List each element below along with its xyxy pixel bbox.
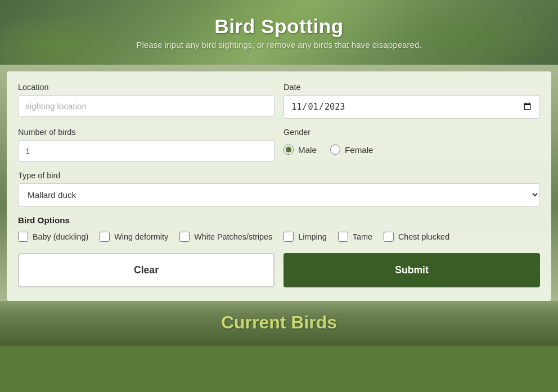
checkbox-chest[interactable] — [384, 232, 394, 242]
location-group: Location — [18, 83, 274, 119]
number-input[interactable] — [18, 140, 274, 162]
checkbox-limping-label: Limping — [298, 232, 326, 241]
checkbox-wing-option[interactable]: Wing deformity — [100, 232, 168, 242]
checkbox-baby[interactable] — [18, 232, 28, 242]
form-row-2: Number of birds Gender Male Female — [18, 128, 540, 162]
checkbox-limping[interactable] — [284, 232, 294, 242]
checkbox-baby-option[interactable]: Baby (duckling) — [18, 232, 88, 242]
hero-section: Bird Spotting Please input any bird sigh… — [0, 0, 558, 65]
checkbox-white-label: White Patches/stripes — [194, 232, 272, 241]
gender-male-option[interactable]: Male — [284, 145, 317, 155]
checkbox-tame-label: Tame — [353, 232, 372, 241]
bottom-section: Current Birds — [0, 301, 558, 346]
checkbox-wing-label: Wing deformity — [114, 232, 168, 241]
checkbox-tame[interactable] — [338, 232, 348, 242]
checkbox-limping-option[interactable]: Limping — [284, 232, 326, 242]
checkbox-wing[interactable] — [100, 232, 110, 242]
location-input[interactable] — [18, 95, 274, 117]
checkbox-tame-option[interactable]: Tame — [338, 232, 372, 242]
checkboxes-row: Baby (duckling) Wing deformity White Pat… — [18, 232, 540, 242]
date-group: Date — [284, 83, 540, 119]
page-subtitle: Please input any bird sightings, or remo… — [136, 40, 421, 49]
gender-male-label: Male — [298, 145, 317, 155]
gender-female-option[interactable]: Female — [330, 145, 374, 155]
bird-type-group: Type of bird Mallard duck Canada Goose R… — [18, 171, 540, 206]
date-label: Date — [284, 83, 540, 92]
bird-options-title: Bird Options — [18, 215, 540, 225]
gender-options: Male Female — [284, 140, 540, 155]
gender-female-label: Female — [345, 145, 374, 155]
clear-button[interactable]: Clear — [18, 253, 274, 287]
number-group: Number of birds — [18, 128, 274, 162]
checkbox-chest-option[interactable]: Chest plucked — [384, 232, 449, 242]
form-wrapper: Location Date Number of birds Gender Mal… — [0, 65, 558, 301]
location-label: Location — [18, 83, 274, 92]
form-row-1: Location Date — [18, 83, 540, 119]
gender-male-radio[interactable] — [284, 145, 294, 155]
gender-group: Gender Male Female — [284, 128, 540, 162]
checkbox-white-option[interactable]: White Patches/stripes — [179, 232, 272, 242]
date-input[interactable] — [284, 95, 540, 119]
gender-female-radio[interactable] — [330, 145, 340, 155]
checkbox-baby-label: Baby (duckling) — [33, 232, 88, 241]
buttons-row: Clear Submit — [18, 253, 540, 287]
checkbox-white[interactable] — [179, 232, 190, 242]
submit-button[interactable]: Submit — [284, 253, 540, 287]
page-title: Bird Spotting — [214, 15, 343, 38]
bird-type-select[interactable]: Mallard duck Canada Goose Robin Sparrow … — [18, 183, 540, 206]
number-label: Number of birds — [18, 128, 274, 137]
current-birds-title: Current Birds — [11, 312, 547, 333]
checkbox-chest-label: Chest plucked — [398, 232, 449, 241]
gender-label: Gender — [284, 128, 540, 137]
bird-options-section: Bird Options Baby (duckling) Wing deform… — [18, 215, 540, 242]
bird-type-label: Type of bird — [18, 171, 540, 180]
form-panel: Location Date Number of birds Gender Mal… — [7, 71, 551, 301]
